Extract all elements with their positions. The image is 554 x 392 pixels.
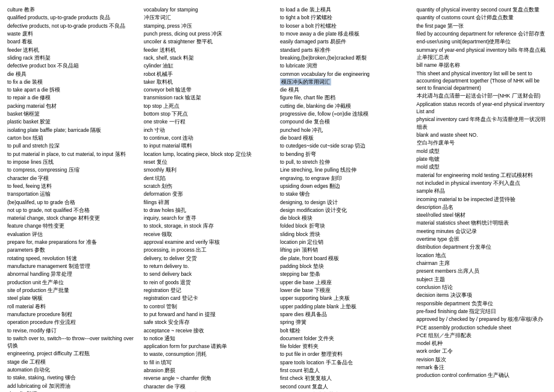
list-item: to notice 通知 (144, 335, 275, 342)
list-item: top stop 上死点 (144, 102, 275, 110)
list-item: to bending 折弯 (280, 151, 411, 158)
list-item: overtime type 会班 (417, 235, 547, 243)
list-item: upper padding plate blank 上垫板 (280, 303, 411, 310)
list-item: site of production 生产批量 (7, 287, 138, 294)
list-item: bottom stop 下死点 (144, 110, 275, 117)
list-item: first check 初复复核人 (280, 375, 411, 382)
list-item: responsible department 负责单位 (417, 300, 547, 307)
list-item: to switch over to, switch---to throw---o… (7, 335, 138, 350)
list-item: die 模具 (280, 86, 411, 93)
list-item: upsiding down edges 翻边 (280, 182, 411, 190)
list-item: distribution department 分发单位 (417, 243, 547, 250)
list-item: chairman 主席 (417, 260, 547, 267)
column-3: to load a die 装上模具to tight a bolt 拧紧螺栓to… (280, 6, 411, 392)
list-item: steel plate 钢板 (7, 294, 138, 302)
list-item: material change, stock change 材料变更 (7, 214, 138, 222)
list-item: stepping bar 垫条 (280, 270, 411, 278)
list-item: punched hole 冲孔 (280, 126, 411, 134)
list-item: to cutedges~side cut~side scrap 切边 (280, 142, 411, 149)
list-item: one stroke 一行程 (144, 118, 275, 125)
list-item: acceptance ~ receive 接收 (144, 327, 275, 334)
list-item: roll material 卷料 (7, 303, 138, 310)
list-item: compound die 复合模 (280, 118, 411, 125)
list-item: reverse angle ~ chamfer 倒角 (144, 375, 275, 382)
list-item: summary of year-end physical inventory b… (417, 46, 547, 61)
list-item: to put forward and hand in 提报 (144, 311, 275, 318)
list-item: automation 自动化 (7, 366, 138, 373)
list-item: the first page 第一张 (417, 22, 547, 30)
list-item: standard parts 标准件 (280, 46, 411, 54)
list-item: description 品名 (417, 204, 547, 211)
list-item: engineering, project difficulty 工程瓶 (7, 350, 138, 357)
list-item: rack, shelf, stack 料架 (144, 54, 275, 61)
list-item: manufacture procedure 制程 (7, 311, 138, 318)
list-item: transmission rack 输送架 (144, 94, 275, 101)
list-item: second count 复盘人 (280, 383, 411, 390)
list-item: folded block 折弯块 (280, 222, 411, 229)
list-item: punch press, dicing out press 冲床 (144, 30, 275, 37)
list-item: defective product box 不良品箱 (7, 62, 138, 69)
list-item: incoming material to be inspected 进货待验 (417, 196, 547, 203)
column-2: vocabulary for stamping冲压常词汇stamping, pr… (144, 6, 275, 392)
list-item: isolating plate baffle plate; barricade … (7, 126, 138, 134)
list-item: culture 教养 (7, 6, 138, 13)
list-item: die 模具 (7, 70, 138, 78)
list-item: to return delivery to. (144, 263, 275, 270)
list-item: not included in physical inventory 不列入盘点 (417, 179, 547, 187)
list-item: PCE assembly production schedule sheet (417, 324, 547, 331)
list-item: (be)qualifed, up to grade 合格 (7, 199, 138, 206)
list-item: 本此请与盘点清册一起送会计部一(NHK 厂送财会部) (417, 92, 547, 99)
list-item: cylinder 油缸 (144, 62, 275, 69)
list-item: designing, to design 设计 (280, 199, 411, 206)
list-item: location 地点 (417, 252, 547, 259)
list-item: cutting die, blanking die 冲截模 (280, 102, 411, 110)
list-item: parameters 参数 (7, 246, 138, 254)
list-item: die block 模块 (280, 214, 411, 222)
list-item: present members 出席人员 (417, 267, 547, 275)
list-item: abnormal handling 异常处理 (7, 270, 138, 278)
list-item: conveyor belt 输送带 (144, 86, 275, 93)
column-1: culture 教养qualified products, up-to-grad… (7, 6, 138, 392)
list-item: feeder 送料机 (7, 46, 138, 54)
list-item: document folder 文件夹 (280, 335, 411, 342)
list-item: die board 模板 (280, 134, 411, 142)
list-item: This sheet and physical inventory list w… (417, 70, 547, 92)
list-item: lower die base 下模座 (280, 287, 411, 294)
list-item: feeder 送料机 (144, 46, 275, 54)
list-item: to send delivery back (144, 270, 275, 278)
list-item: to put file in order 整理资料 (280, 350, 411, 358)
list-item: Line streching, line pulling 线拉伸 (280, 166, 411, 173)
list-item: file folder 资料夹 (280, 343, 411, 350)
list-item: mold 成型 (417, 148, 547, 155)
list-item: work order 工令 (417, 347, 547, 355)
list-item: to fix a die 装模 (7, 78, 138, 86)
list-item: Application status records of year-end p… (417, 101, 547, 116)
list-item: abrasion 磨损 (144, 367, 275, 374)
column-4: quantity of physical inventry second cou… (417, 6, 547, 392)
list-item: figure file, chart file 图档 (280, 94, 411, 101)
list-item: to lubricate 润滑 (280, 62, 411, 69)
list-item: pre-fixed finishing date 指定完结日 (417, 308, 547, 315)
list-item: transportation 运输 (7, 190, 138, 198)
list-item: dent 坑陷 (144, 175, 275, 182)
list-item: sliding rack 滑料架 (7, 54, 138, 61)
list-item: qualified products, up-to-grade products… (7, 14, 138, 21)
list-item: filed by accounting department for refer… (417, 30, 547, 37)
list-item: spring 弹簧 (280, 319, 411, 326)
list-item: to stake 铆合 (280, 190, 411, 198)
list-item: padding block 垫块 (280, 263, 411, 270)
list-item: end-user/using unit(department)使用单位 (417, 38, 547, 45)
list-item: 模压冲头的常用词汇 (280, 78, 411, 86)
list-item: delivery, to deliver 交货 (144, 255, 275, 262)
list-item: carton box 纸箱 (7, 134, 138, 142)
list-item: quantity of physical inventry second cou… (417, 6, 547, 13)
list-item: to compress, compressing 压缩 (7, 166, 138, 173)
list-item: to feed, feeing 送料 (7, 182, 138, 190)
list-item: to draw holes 抽孔 (144, 207, 275, 214)
list-item: remark 备注 (417, 364, 547, 371)
list-item: to rein of goods 退货 (144, 279, 275, 286)
list-item: PCE 组别／生产排配表 (417, 332, 547, 339)
list-item: to waste, consumption 消耗 (144, 350, 275, 358)
list-item: production unit 生产单位 (7, 279, 138, 286)
list-item: location pin 定位销 (280, 238, 411, 246)
